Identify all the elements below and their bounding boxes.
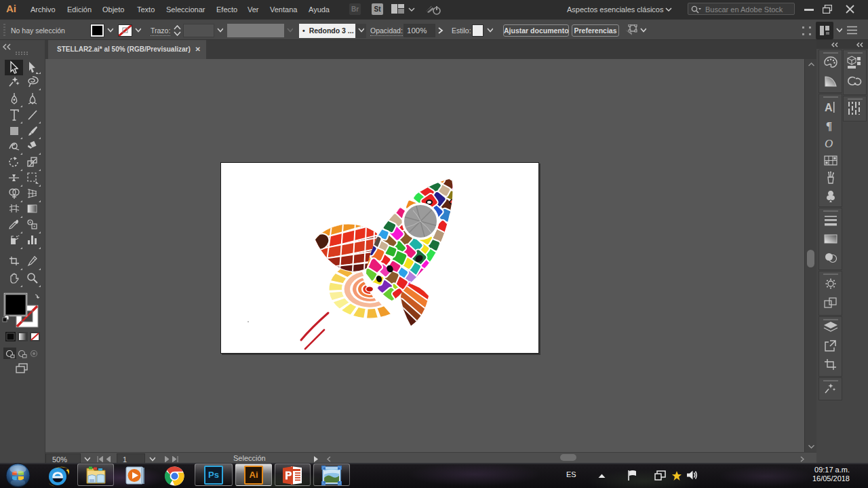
- svg-text:O: O: [825, 137, 833, 150]
- svg-text:¶: ¶: [826, 119, 832, 132]
- svg-text:A: A: [825, 102, 833, 113]
